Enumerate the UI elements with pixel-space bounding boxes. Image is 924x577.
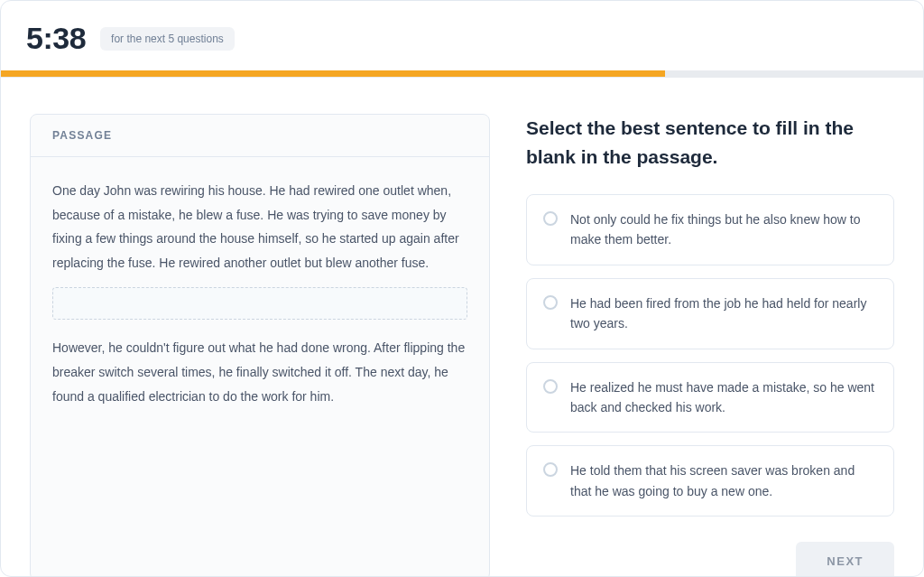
progress-fill bbox=[1, 70, 665, 77]
progress-bar bbox=[1, 70, 923, 77]
radio-icon bbox=[543, 295, 558, 310]
radio-icon bbox=[543, 211, 558, 226]
content-area: PASSAGE One day John was rewiring his ho… bbox=[1, 78, 923, 577]
quiz-page: 5:38 for the next 5 questions PASSAGE On… bbox=[0, 0, 924, 577]
option-2[interactable]: He realized he must have made a mistake,… bbox=[526, 362, 894, 433]
radio-icon bbox=[543, 462, 558, 477]
passage-paragraph-2: However, he couldn't figure out what he … bbox=[52, 336, 467, 408]
question-panel: Select the best sentence to fill in the … bbox=[526, 114, 894, 577]
radio-icon bbox=[543, 379, 558, 394]
passage-paragraph-1: One day John was rewiring his house. He … bbox=[52, 179, 467, 275]
timer-note: for the next 5 questions bbox=[100, 27, 235, 51]
option-0[interactable]: Not only could he fix things but he also… bbox=[526, 194, 894, 265]
option-label: He had been fired from the job he had he… bbox=[570, 293, 877, 334]
option-3[interactable]: He told them that his screen saver was b… bbox=[526, 445, 894, 517]
question-prompt: Select the best sentence to fill in the … bbox=[526, 114, 894, 171]
passage-panel: PASSAGE One day John was rewiring his ho… bbox=[30, 114, 490, 577]
passage-label: PASSAGE bbox=[31, 115, 489, 157]
option-1[interactable]: He had been fired from the job he had he… bbox=[526, 278, 894, 349]
footer: NEXT bbox=[526, 542, 894, 577]
timer-display: 5:38 bbox=[26, 21, 86, 56]
options-list: Not only could he fix things but he also… bbox=[526, 194, 894, 517]
passage-body: One day John was rewiring his house. He … bbox=[31, 157, 489, 439]
blank-slot[interactable] bbox=[52, 287, 467, 320]
option-label: He realized he must have made a mistake,… bbox=[570, 377, 877, 418]
option-label: Not only could he fix things but he also… bbox=[570, 209, 877, 250]
header: 5:38 for the next 5 questions bbox=[1, 1, 923, 70]
next-button[interactable]: NEXT bbox=[796, 542, 894, 577]
option-label: He told them that his screen saver was b… bbox=[570, 461, 877, 501]
